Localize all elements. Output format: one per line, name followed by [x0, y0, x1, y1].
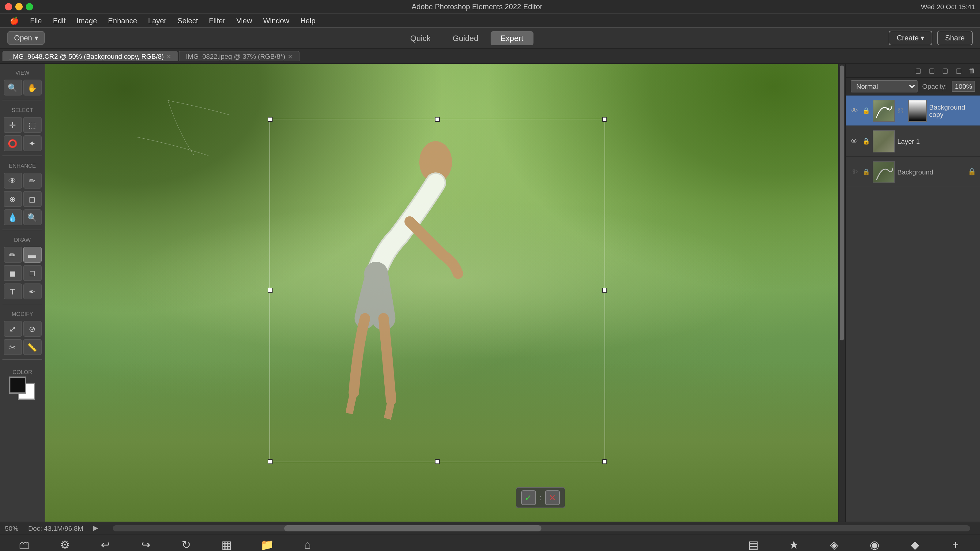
- brush-tool[interactable]: ✏: [3, 247, 22, 263]
- layer-visibility-background[interactable]: 👁: [850, 167, 859, 176]
- divider-1: [2, 100, 42, 100]
- panel-icon-4[interactable]: ▢: [953, 65, 964, 76]
- menu-enhance[interactable]: Enhance: [103, 15, 142, 26]
- magic-wand-tool[interactable]: ✦: [23, 135, 41, 151]
- app-title: Adobe Photoshop Elements 2022 Editor: [37, 2, 917, 11]
- effects-button[interactable]: ★ Effects: [774, 535, 813, 551]
- recompose-tool[interactable]: ⊛: [23, 321, 41, 337]
- horizontal-scrollbar[interactable]: [113, 525, 970, 531]
- graphics-button[interactable]: ◆ Graphics: [896, 535, 935, 551]
- layer-visibility-layer1[interactable]: 👁: [850, 136, 859, 146]
- redo-button[interactable]: ↪ Redo: [126, 535, 165, 551]
- menu-select[interactable]: Select: [173, 15, 203, 26]
- blur-tool[interactable]: 💧: [3, 210, 22, 225]
- layer-mask-thumb-background-copy: [908, 100, 927, 122]
- tab-expert[interactable]: Expert: [491, 31, 533, 45]
- dodge-tool[interactable]: 🔍: [23, 210, 41, 225]
- share-button[interactable]: Share: [937, 30, 973, 45]
- panel-icon-2[interactable]: ▢: [926, 65, 937, 76]
- tool-options-button[interactable]: ⚙ Tool Options: [45, 535, 84, 551]
- h-scrollbar-thumb[interactable]: [284, 525, 541, 531]
- red-eye-tool[interactable]: 👁: [3, 173, 22, 189]
- transform-tool[interactable]: ⤢: [3, 321, 22, 337]
- pencil-tool[interactable]: ✒: [23, 283, 41, 299]
- tab-guided[interactable]: Guided: [443, 31, 488, 45]
- blend-mode-select[interactable]: Normal: [851, 80, 917, 92]
- organizer-icon: 📁: [260, 538, 274, 551]
- panel-icon-delete[interactable]: 🗑: [967, 65, 978, 76]
- layer-item-layer1[interactable]: 👁 🔒 Layer 1: [846, 126, 980, 157]
- layer-lock-layer1[interactable]: 🔒: [862, 137, 870, 145]
- create-button[interactable]: Create ▾: [889, 30, 932, 45]
- photo-bin-button[interactable]: 🗃 Photo Bin: [5, 535, 44, 551]
- panel-icons-row: ▢ ▢ ▢ ▢ 🗑: [846, 64, 980, 78]
- ruler-tool[interactable]: 📏: [23, 339, 41, 355]
- paint-bucket-tool[interactable]: ▬: [23, 247, 41, 263]
- menu-apple[interactable]: 🍎: [5, 15, 24, 26]
- open-button[interactable]: Open ▾: [7, 31, 45, 45]
- v-scrollbar-thumb[interactable]: [840, 66, 844, 341]
- menu-image[interactable]: Image: [72, 15, 102, 26]
- bottom-toolbar: 🗃 Photo Bin ⚙ Tool Options ↩ Undo ↪ Redo…: [0, 534, 980, 551]
- minimize-window-button[interactable]: [15, 3, 23, 10]
- menu-help[interactable]: Help: [296, 15, 320, 26]
- menu-window[interactable]: Window: [258, 15, 294, 26]
- layer-list: 👁 🔒 ⛓ Background copy 👁: [846, 95, 980, 522]
- layer-thumb-background: [873, 161, 895, 183]
- cancel-transform-button[interactable]: ✕: [545, 490, 560, 505]
- layer-lock-background-copy[interactable]: 🔒: [862, 106, 870, 115]
- panel-icon-1[interactable]: ▢: [913, 65, 924, 76]
- photo-scene: [45, 64, 845, 522]
- clone-tool[interactable]: ⊕: [3, 191, 22, 207]
- menu-edit[interactable]: Edit: [48, 15, 70, 26]
- undo-icon: ↩: [101, 538, 110, 551]
- layer-lock-background[interactable]: 🔒: [862, 167, 870, 176]
- lasso-tool[interactable]: ⭕: [3, 135, 22, 151]
- expand-icon[interactable]: ▶: [93, 524, 98, 532]
- foreground-color-swatch[interactable]: [9, 376, 26, 394]
- layer-visibility-background-copy[interactable]: 👁: [850, 106, 859, 115]
- layers-button[interactable]: ▤ Layers: [734, 535, 773, 551]
- maximize-window-button[interactable]: [26, 3, 33, 10]
- organizer-button[interactable]: 📁 Organizer: [247, 535, 286, 551]
- menu-layer[interactable]: Layer: [143, 15, 172, 26]
- crop-tool[interactable]: ✂: [3, 339, 22, 355]
- menu-view[interactable]: View: [232, 15, 257, 26]
- menu-file[interactable]: File: [25, 15, 47, 26]
- menu-filter[interactable]: Filter: [204, 15, 230, 26]
- tab-close-1[interactable]: ✕: [288, 53, 293, 60]
- tab-close-0[interactable]: ✕: [166, 53, 171, 60]
- hand-tool[interactable]: ✋: [23, 79, 41, 95]
- styles-button[interactable]: ◉ Styles: [855, 535, 894, 551]
- enhance-tools-row3: 💧 🔍: [2, 210, 42, 225]
- eraser-tool[interactable]: ◻: [23, 191, 41, 207]
- layer-item-background[interactable]: 👁 🔒 Background 🔒: [846, 157, 980, 187]
- more-icon: +: [952, 538, 959, 551]
- layout-button[interactable]: ▦ Layout: [207, 535, 246, 551]
- layer-thumb-layer1: [873, 130, 895, 152]
- move-tool[interactable]: ✛: [3, 117, 22, 133]
- enhance-tools-row2: ⊕ ◻: [2, 191, 42, 207]
- select-tools-row2: ⭕ ✦: [2, 135, 42, 151]
- confirm-transform-button[interactable]: ✓: [521, 490, 536, 505]
- canvas-area[interactable]: ✓ : ✕: [45, 64, 845, 522]
- type-tool[interactable]: T: [3, 283, 22, 299]
- undo-button[interactable]: ↩ Undo: [86, 535, 125, 551]
- filters-button[interactable]: ◈ Filters: [815, 535, 854, 551]
- close-window-button[interactable]: [5, 3, 12, 10]
- gradient-tool[interactable]: ◼: [3, 265, 22, 281]
- zoom-tool[interactable]: 🔍: [3, 79, 22, 95]
- shape-tool[interactable]: □: [23, 265, 41, 281]
- rotate-button[interactable]: ↻ Rotate: [167, 535, 206, 551]
- layer-item-background-copy[interactable]: 👁 🔒 ⛓ Background copy: [846, 95, 980, 126]
- more-button[interactable]: + More: [936, 535, 975, 551]
- document-tab-0[interactable]: _MG_9648.CR2 @ 50% (Background copy, RGB…: [2, 51, 178, 61]
- home-screen-button[interactable]: ⌂ Home Screen: [288, 535, 327, 551]
- document-tab-1[interactable]: IMG_0822.jpeg @ 37% (RGB/8*) ✕: [179, 51, 299, 61]
- opacity-value[interactable]: 100%: [952, 81, 975, 92]
- tab-quick[interactable]: Quick: [401, 31, 441, 45]
- marquee-tool[interactable]: ⬚: [23, 117, 41, 133]
- canvas-vertical-scrollbar[interactable]: [838, 64, 845, 522]
- healing-tool[interactable]: ✏: [23, 173, 41, 189]
- panel-icon-3[interactable]: ▢: [940, 65, 951, 76]
